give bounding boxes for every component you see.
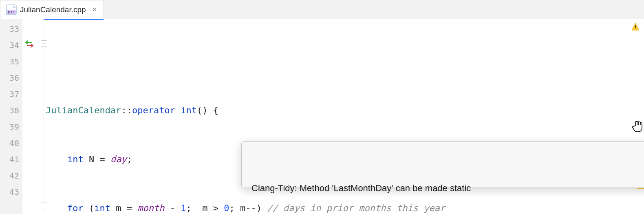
line-number-gutter: 33 34 35 36 37 38 39 40 41 42 43 (0, 19, 22, 214)
code-editor[interactable]: 33 34 35 36 37 38 39 40 41 42 43 JulianC… (0, 19, 644, 214)
marker-gutter (22, 19, 44, 214)
close-tab-icon[interactable]: ✕ (92, 6, 97, 13)
tab-bar: C++ JulianCalendar.cpp ✕ (0, 0, 644, 19)
svg-text:C++: C++ (8, 10, 15, 14)
line-number: 36 (0, 70, 19, 86)
line-number: 42 (0, 168, 19, 184)
editor-tab[interactable]: C++ JulianCalendar.cpp ✕ (0, 0, 104, 19)
tab-filename: JulianCalendar.cpp (20, 5, 86, 14)
line-number: 33 (0, 21, 19, 37)
svg-rect-3 (635, 25, 636, 28)
vcs-change-icon[interactable] (24, 39, 35, 49)
code-content[interactable]: JulianCalendar::operator int() { int N =… (44, 19, 644, 214)
line-number: 41 (0, 151, 19, 168)
inspection-popup: Clang-Tidy: Method 'LastMonthDay' can be… (241, 141, 644, 188)
line-number: 37 (0, 86, 19, 102)
line-number: 39 (0, 119, 19, 135)
line-number: 34 (0, 37, 19, 53)
inspection-warning-icon[interactable] (631, 22, 640, 31)
line-number: 38 (0, 102, 19, 119)
line-number: 35 (0, 53, 19, 70)
cursor-hand-icon (632, 120, 644, 133)
code-line: JulianCalendar::operator int() { (46, 102, 644, 119)
line-number: 43 (0, 184, 19, 200)
line-number: 40 (0, 135, 19, 151)
cpp-file-icon: C++ (6, 4, 17, 15)
inspection-title: Clang-Tidy: Method 'LastMonthDay' can be… (251, 180, 644, 196)
svg-rect-4 (635, 29, 636, 29)
code-line (46, 53, 644, 70)
